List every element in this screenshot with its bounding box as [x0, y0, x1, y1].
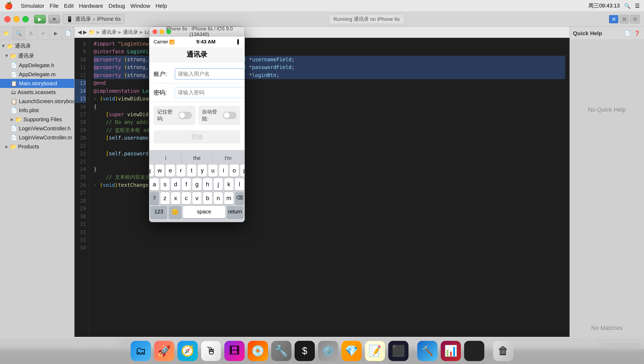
run-button[interactable]: ▶ [34, 15, 46, 23]
space-key[interactable]: space [183, 206, 225, 218]
file-products[interactable]: ▶ 📁 Products [0, 142, 74, 151]
file-appdelegate-m[interactable]: 📄 AppDelegate.m [0, 70, 74, 79]
file-main-storyboard[interactable]: 📋 Main.storyboard [0, 79, 74, 88]
dock-launchpad[interactable]: 🚀 [154, 341, 174, 361]
breadcrumb-root[interactable]: 📁 [89, 29, 95, 35]
backspace-key[interactable]: ⌫ [235, 192, 244, 204]
file-infoplist[interactable]: 📄 Info.plist [0, 106, 74, 115]
scheme-selector[interactable]: 📱 通讯录 › iPhone 6s [63, 14, 124, 24]
file-loginvc-h[interactable]: 📄 LoginViewController.h [0, 124, 74, 133]
remember-toggle[interactable] [178, 112, 192, 119]
file-supporting[interactable]: ▶ 📁 Supporting Files [0, 115, 74, 124]
inspector-tab-2[interactable]: ❓ [633, 30, 641, 37]
nav-tab-warning[interactable]: ⚠ [25, 27, 37, 40]
dock-sketch[interactable]: 💎 [341, 341, 362, 361]
key-j[interactable]: j [214, 178, 223, 191]
close-button[interactable] [4, 16, 11, 22]
shift-key[interactable]: ⇧ [150, 192, 159, 204]
dock-notes[interactable]: 📝 [365, 341, 385, 361]
breadcrumb-part2[interactable]: 通讯录 [123, 29, 138, 36]
file-assets[interactable]: 🗂 Assets.xcassets [0, 88, 74, 97]
hardware-menu[interactable]: Hardware [79, 3, 103, 9]
key-a[interactable]: a [150, 178, 159, 191]
dock-photos[interactable]: 🎞 [224, 341, 245, 361]
dock-tools[interactable]: 🔧 [271, 341, 291, 361]
dock-xcode[interactable]: 🔨 [417, 341, 437, 361]
minimize-button[interactable] [13, 16, 20, 22]
key-s[interactable]: s [160, 178, 170, 191]
stop-button[interactable]: ■ [48, 15, 60, 23]
debug-toggle[interactable]: ⊟ [620, 15, 629, 23]
key-f[interactable]: f [182, 178, 191, 191]
file-tree-root[interactable]: ▶ 📁 通讯录 [0, 41, 74, 51]
key-r[interactable]: r [176, 164, 185, 177]
debug-menu[interactable]: Debug [109, 3, 125, 9]
file-loginvc-m[interactable]: 📄 LoginViewController.m [0, 133, 74, 142]
key-p[interactable]: p [240, 164, 245, 177]
inspector-toggle[interactable]: ⊡ [630, 15, 640, 23]
key-u[interactable]: u [208, 164, 217, 177]
key-c[interactable]: c [182, 192, 191, 204]
key-n[interactable]: n [214, 192, 223, 204]
dock-terminal[interactable]: $ [295, 341, 315, 361]
key-x[interactable]: x [171, 192, 180, 204]
window-menu[interactable]: Window [130, 3, 150, 9]
suggestion-3[interactable]: I'm [213, 153, 243, 163]
key-v[interactable]: v [192, 192, 201, 204]
dock-safari[interactable]: 🧭 [177, 341, 198, 361]
list-icon[interactable]: ☰ [635, 3, 640, 9]
nav-tab-test[interactable]: ✓ [37, 27, 50, 40]
dock-app2[interactable] [464, 341, 484, 361]
nav-tab-report[interactable]: 📄 [62, 27, 74, 40]
key-b[interactable]: b [203, 192, 212, 204]
breadcrumb-part1[interactable]: 通讯录 [101, 29, 117, 36]
key-m[interactable]: m [224, 192, 233, 204]
key-t[interactable]: t [187, 164, 196, 177]
account-input[interactable] [175, 68, 245, 79]
login-button[interactable]: 登陆 [154, 130, 240, 144]
code-editor[interactable]: 8 9 10 11 12 13 14 15 16 17 18 19 20 21 [75, 38, 569, 337]
suggestion-2[interactable]: the [181, 153, 213, 163]
nav-tab-folder[interactable]: 📁 [0, 27, 13, 40]
key-d[interactable]: d [171, 178, 180, 191]
dock-instruments[interactable]: 📊 [441, 341, 461, 361]
key-h[interactable]: h [203, 178, 212, 191]
key-e[interactable]: e [166, 164, 175, 177]
dock-dvd[interactable]: 💿 [248, 341, 268, 361]
apple-menu[interactable]: 🍎 [4, 2, 13, 10]
navigator-toggle[interactable]: ⊞ [609, 15, 618, 23]
key-w[interactable]: w [155, 164, 164, 177]
suggestion-1[interactable]: i [150, 153, 181, 163]
key-k[interactable]: k [224, 178, 233, 191]
sim-close[interactable] [152, 29, 157, 34]
dock-prefs[interactable]: ⚙️ [318, 341, 338, 361]
dock-app1[interactable]: ⬛ [388, 341, 408, 361]
file-launch-storyboard[interactable]: 📋 LaunchScreen.storyboard [0, 97, 74, 106]
dock-finder[interactable]: 🗂 [131, 341, 151, 361]
key-i[interactable]: i [219, 164, 228, 177]
key-l[interactable]: l [235, 178, 244, 191]
nav-tab-debug[interactable]: ▶ [50, 27, 62, 40]
num-key[interactable]: 123 [150, 206, 167, 218]
help-menu[interactable]: Help [155, 3, 167, 9]
key-g[interactable]: g [192, 178, 201, 191]
search-icon[interactable]: 🔍 [624, 3, 631, 9]
file-appdelegate-h[interactable]: 📄 AppDelegate.h [0, 61, 74, 70]
autologin-toggle[interactable] [223, 112, 237, 119]
password-input[interactable] [175, 87, 245, 98]
key-o[interactable]: o [230, 164, 239, 177]
return-key[interactable]: return [227, 206, 243, 218]
edit-menu[interactable]: Edit [64, 3, 74, 9]
nav-arrows[interactable]: ◀ ▶ [78, 29, 87, 35]
key-y[interactable]: y [198, 164, 207, 177]
emoji-key[interactable]: 😊 [169, 206, 181, 218]
inspector-tab-1[interactable]: 📄 [624, 30, 631, 37]
zoom-button[interactable] [22, 16, 29, 22]
key-z[interactable]: z [160, 192, 170, 204]
simulator-menu[interactable]: Simulator [21, 3, 44, 9]
file-menu[interactable]: File [50, 3, 59, 9]
dock-mouse[interactable]: 🖱 [201, 341, 221, 361]
dock-trash[interactable]: 🗑 [493, 341, 513, 361]
nav-tab-search[interactable]: 🔍 [13, 27, 25, 40]
file-group-1[interactable]: ▶ 📁 通讯录 [0, 51, 74, 61]
